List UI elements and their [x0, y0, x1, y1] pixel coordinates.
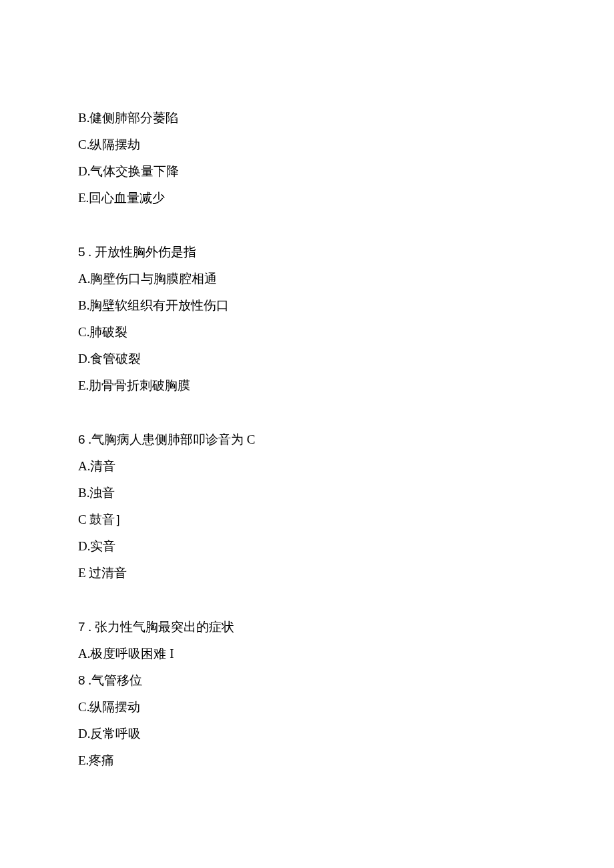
- q7-option-d: D.反常呼吸: [78, 727, 545, 741]
- q7-option-e: E.疼痛: [78, 753, 545, 767]
- q4-option-d: D.气体交换量下降: [78, 164, 545, 178]
- q7-stem: 7 . 张力性气胸最突出的症状: [78, 620, 545, 634]
- q4-option-e: E.回心血量减少: [78, 191, 545, 205]
- q5-option-a: A.胸壁伤口与胸膜腔相通: [78, 272, 545, 286]
- q5-option-c: C.肺破裂: [78, 325, 545, 339]
- q4-option-b: B.健侧肺部分萎陷: [78, 111, 545, 125]
- q7-option-c: C.纵隔摆动: [78, 700, 545, 714]
- q7-option-b: 8 .气管移位: [78, 673, 545, 687]
- q6-option-c: C 鼓音］: [78, 512, 545, 526]
- q5-option-e: E.肋骨骨折刺破胸膜: [78, 378, 545, 392]
- q5-option-b: B.胸壁软组织有开放性伤口: [78, 298, 545, 312]
- q6-option-b: B.浊音: [78, 486, 545, 500]
- q5-stem: 5 . 开放性胸外伤是指: [78, 245, 545, 259]
- q6-stem: 6 .气胸病人患侧肺部叩诊音为 C: [78, 432, 545, 446]
- q5-option-d: D.食管破裂: [78, 352, 545, 366]
- q6-option-e: E 过清音: [78, 566, 545, 580]
- q7-option-a: A.极度呼吸困难 I: [78, 646, 545, 661]
- q6-option-a: A.清音: [78, 459, 545, 473]
- q4-option-c: C.纵隔摆劫: [78, 137, 545, 151]
- q6-option-d: D.实音: [78, 539, 545, 553]
